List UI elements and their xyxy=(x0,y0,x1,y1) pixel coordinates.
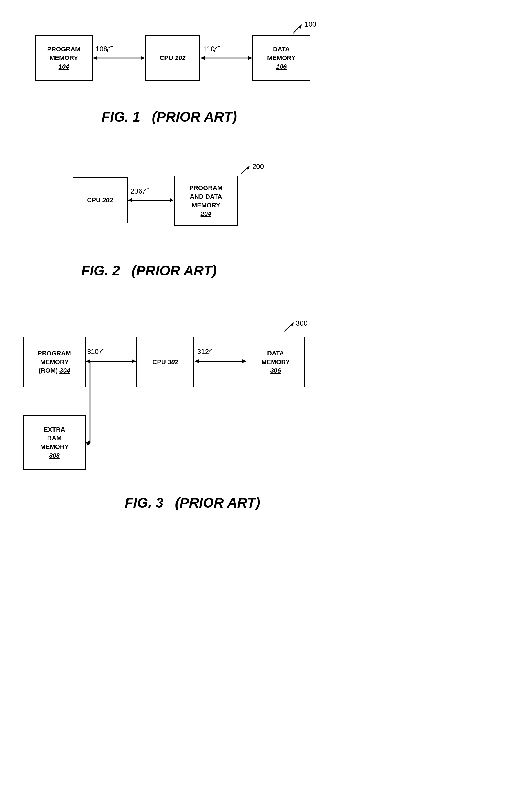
program-memory-104-box: PROGRAMMEMORY104 xyxy=(35,35,93,81)
svg-marker-16 xyxy=(86,359,90,363)
svg-marker-11 xyxy=(128,198,132,202)
svg-marker-7 xyxy=(248,56,252,60)
cpu-102-label: CPU 102 xyxy=(159,54,185,62)
svg-line-13 xyxy=(284,323,293,332)
svg-marker-22 xyxy=(86,440,90,445)
data-memory-306-label: DATAMEMORY306 xyxy=(261,349,290,375)
figure-1: 100 PROGRAMMEMORY104 CPU 102 DATAMEMORY1… xyxy=(0,17,532,128)
program-memory-304-box: PROGRAMMEMORY(ROM) 304 xyxy=(23,337,86,388)
ref-300: 300 xyxy=(296,319,307,327)
ref-100: 100 xyxy=(305,20,316,29)
fig2-caption: FIG. 2 (PRIOR ART) xyxy=(81,263,217,279)
cpu-202-box: CPU 202 xyxy=(73,177,128,223)
svg-line-0 xyxy=(293,25,302,33)
svg-marker-3 xyxy=(93,56,97,60)
svg-marker-12 xyxy=(170,198,173,202)
ref-206: 206 xyxy=(131,187,142,195)
prog-data-mem-204-label: PROGRAMAND DATAMEMORY204 xyxy=(189,184,223,218)
svg-marker-19 xyxy=(86,443,90,446)
ref-200: 200 xyxy=(252,163,264,171)
program-memory-104-label: PROGRAMMEMORY104 xyxy=(47,45,81,71)
cpu-302-label: CPU 302 xyxy=(152,358,178,367)
data-memory-106-label: DATAMEMORY106 xyxy=(267,45,296,71)
ref-310: 310 xyxy=(87,348,99,356)
svg-marker-24 xyxy=(195,359,199,363)
data-memory-306-box: DATAMEMORY306 xyxy=(247,337,305,388)
svg-marker-1 xyxy=(299,25,302,29)
svg-marker-25 xyxy=(242,359,246,363)
fig3-caption: FIG. 3 (PRIOR ART) xyxy=(125,495,260,511)
ref-110: 110 xyxy=(203,45,215,53)
extra-ram-308-label: EXTRARAMMEMORY308 xyxy=(40,426,69,460)
figure-2: 200 CPU 202 PROGRAMAND DATAMEMORY204 206 xyxy=(0,159,532,281)
svg-marker-9 xyxy=(247,166,249,170)
cpu-302-box: CPU 302 xyxy=(136,337,194,388)
svg-marker-17 xyxy=(132,359,136,363)
extra-ram-308-box: EXTRARAMMEMORY308 xyxy=(23,415,86,470)
fig1-caption: FIG. 1 (PRIOR ART) xyxy=(101,109,237,125)
data-memory-106-box: DATAMEMORY106 xyxy=(252,35,310,81)
svg-marker-4 xyxy=(141,56,145,60)
cpu-202-label: CPU 202 xyxy=(87,196,113,205)
program-memory-304-label: PROGRAMMEMORY(ROM) 304 xyxy=(38,349,71,375)
prog-data-mem-204-box: PROGRAMAND DATAMEMORY204 xyxy=(174,175,238,226)
cpu-102-box: CPU 102 xyxy=(145,35,200,81)
figure-3: 300 PROGRAMMEMORY(ROM) 304 CPU 302 DATAM… xyxy=(0,316,532,514)
ref-108: 108 xyxy=(96,45,107,53)
svg-line-8 xyxy=(241,166,249,174)
svg-marker-6 xyxy=(201,56,205,60)
ref-312: 312 xyxy=(197,348,209,356)
svg-marker-14 xyxy=(291,323,293,327)
